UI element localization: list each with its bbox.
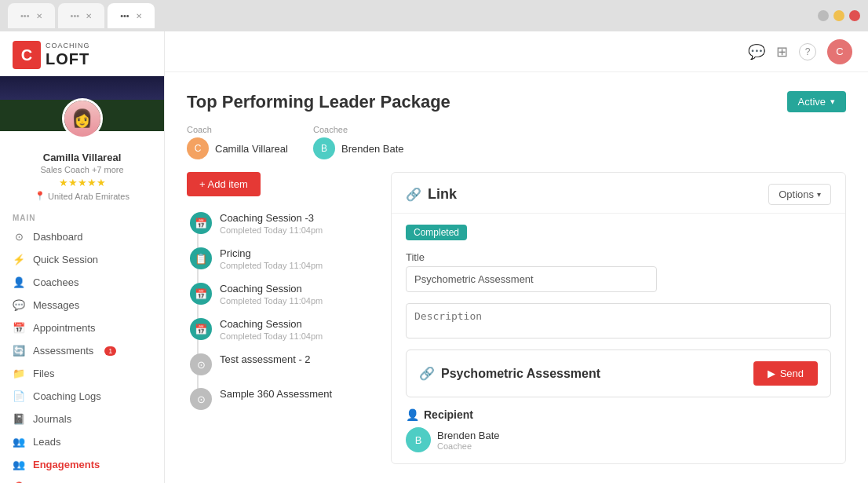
coach-coachee-row: Coach C Camilla Villareal Coachee B Bren… [187,125,846,159]
item-body-3: Coaching Session Completed Today 11:04pm [220,283,323,306]
window-tabs-bar: ••• ✕ ••• ✕ ••• ✕ [0,0,868,31]
two-col-layout: + Add item 📅 Coaching Session -3 Complet… [187,172,846,464]
detail-header: 🔗 Link Options [392,173,845,214]
main-content: 💬 ⊞ ? C Top Performing Leader Package Ac… [165,31,868,483]
item-body-1: Coaching Session -3 Completed Today 11:0… [220,212,323,235]
detail-body: Completed Title 🔗 Psychometric Assessmen… [392,214,845,463]
nav-item-engagements[interactable]: 👥 Engagements [0,453,164,476]
coachee-name: Brenden Bate [341,143,404,155]
nav-item-appointments[interactable]: 📅 Appointments [0,317,164,339]
assessment-card: 🔗 Psychometric Assessment ▶ Send [406,349,831,397]
description-textarea[interactable] [406,303,831,338]
item-body-6: Sample 360 Assessment [220,388,332,401]
tab-3-close[interactable]: ✕ [136,12,142,20]
status-button[interactable]: Active [787,91,846,112]
nav-label-engagements: Engagements [33,459,100,470]
item-body-2: Pricing Completed Today 11:04pm [220,247,323,270]
topbar: 💬 ⊞ ? C [165,31,868,72]
coach-avatar: C [187,137,209,159]
profile-role: Sales Coach +7 more [9,165,155,174]
list-item[interactable]: 📅 Coaching Session -3 Completed Today 11… [187,206,375,241]
recipient-section: 👤 Recipient B Brenden Bate Coachee [406,408,831,452]
assessment-card-title: 🔗 Psychometric Assessment [419,366,600,381]
window-control-yellow[interactable] [833,10,844,21]
nav-label-messages: Messages [33,299,79,311]
engagements-icon: 👥 [13,459,25,470]
assessments-icon: 🔄 [13,345,25,357]
nav-label-dashboard: Dashboard [33,231,83,243]
options-button[interactable]: Options [768,184,831,205]
nav-item-quick-session[interactable]: ⚡ Quick Session [0,248,164,271]
nav-item-coachees[interactable]: 👤 Coachees [0,271,164,294]
logo-loft: LOFT [46,50,90,68]
list-item[interactable]: ⊙ Test assessment - 2 [187,347,375,382]
content-area: Top Performing Leader Package Active Coa… [165,72,868,483]
list-item[interactable]: 📋 Pricing Completed Today 11:04pm [187,241,375,276]
window-control-gray[interactable] [818,10,829,21]
tab-2-close[interactable]: ✕ [86,12,92,20]
list-item[interactable]: 📅 Coaching Session Completed Today 11:04… [187,276,375,312]
list-item[interactable]: ⊙ Sample 360 Assessment [187,382,375,416]
nav-label-leads: Leads [33,436,60,448]
layout-icon[interactable]: ⊞ [776,43,788,60]
title-input[interactable] [406,266,657,292]
appointments-icon: 📅 [13,322,25,334]
nav-label-files: Files [33,368,54,379]
coach-label: Coach [187,125,288,134]
title-form-group: Title [406,251,831,292]
nav-item-dashboard[interactable]: ⊙ Dashboard [0,225,164,248]
user-avatar[interactable]: C [827,39,852,64]
recipient-avatar: B [406,427,431,452]
nav-item-inquiries[interactable]: ❓ Inquiries [0,476,164,483]
page-header: Top Performing Leader Package Active [187,91,846,112]
coaching-logs-icon: 📄 [13,390,25,402]
items-list: 📅 Coaching Session -3 Completed Today 11… [187,206,375,416]
logo-icon: C [13,41,41,69]
quick-session-icon: ⚡ [13,254,25,265]
tab-1[interactable]: ••• ✕ [8,3,55,28]
item-icon-6: ⊙ [190,388,212,410]
item-subtitle-4: Completed Today 11:04pm [220,331,323,341]
tab-3[interactable]: ••• ✕ [108,3,155,28]
item-title-5: Test assessment - 2 [220,353,311,365]
sidebar-header: C COACHING LOFT [0,31,164,76]
nav-label-quick-session: Quick Session [33,254,98,265]
profile-location: 📍 United Arab Emirates [9,191,155,201]
avatar: 👩 [62,98,103,139]
item-title-4: Coaching Session [220,318,323,330]
item-icon-1: 📅 [190,212,212,234]
dashboard-icon: ⊙ [13,231,25,243]
send-button[interactable]: ▶ Send [753,361,818,386]
detail-title: 🔗 Link [406,186,457,203]
page-title: Top Performing Leader Package [187,92,450,112]
nav-item-messages[interactable]: 💬 Messages [0,294,164,317]
tab-2[interactable]: ••• ✕ [58,3,105,28]
nav-item-journals[interactable]: 📓 Journals [0,408,164,430]
coachee-label: Coachee [313,125,404,134]
window-control-red[interactable] [849,10,860,21]
detail-panel: 🔗 Link Options Completed Title [391,172,846,464]
item-title-1: Coaching Session -3 [220,212,323,224]
nav-item-files[interactable]: 📁 Files [0,362,164,385]
nav-item-leads[interactable]: 👥 Leads [0,430,164,453]
coach-block: Coach C Camilla Villareal [187,125,288,159]
tab-1-close[interactable]: ✕ [36,12,42,20]
item-body-5: Test assessment - 2 [220,353,311,367]
list-item[interactable]: 📅 Coaching Session Completed Today 11:04… [187,312,375,347]
help-icon[interactable]: ? [799,43,816,60]
recipient-name: Brenden Bate [437,430,500,441]
item-subtitle-1: Completed Today 11:04pm [220,225,323,235]
assessments-badge: 1 [104,346,116,356]
nav-item-coaching-logs[interactable]: 📄 Coaching Logs [0,385,164,408]
nav-label-journals: Journals [33,413,71,425]
nav-item-assessments[interactable]: 🔄 Assessments 1 [0,339,164,362]
sidebar: C COACHING LOFT 👩 Camilla Villareal Sale… [0,31,165,483]
status-badge: Completed [406,225,467,240]
add-item-button[interactable]: + Add item [187,172,261,196]
item-icon-5: ⊙ [190,353,212,375]
recipient-info: Brenden Bate Coachee [437,430,500,451]
profile-name: Camilla Villareal [9,152,155,163]
title-label: Title [406,251,831,263]
chat-icon[interactable]: 💬 [748,43,765,60]
profile-section: 👩 [0,76,164,131]
